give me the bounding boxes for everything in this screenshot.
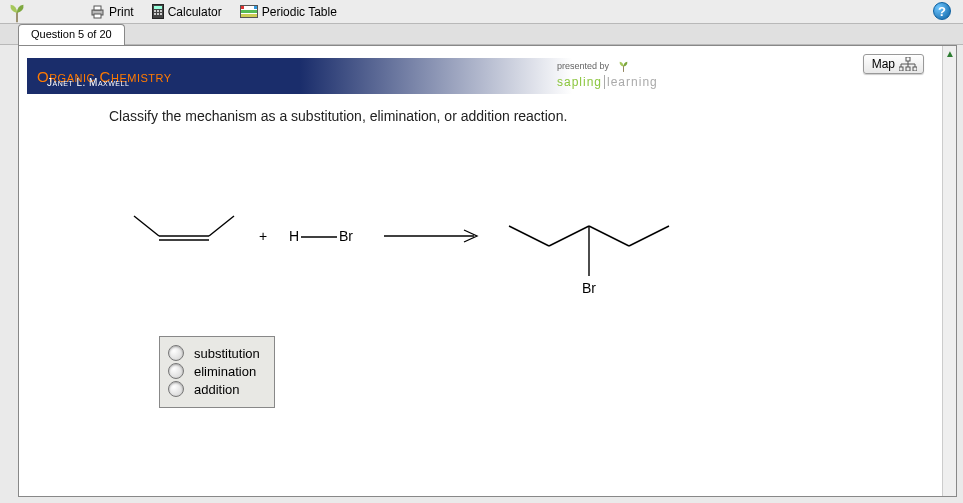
svg-rect-15 — [241, 14, 257, 17]
print-button[interactable]: Print — [90, 5, 134, 19]
svg-rect-4 — [154, 6, 162, 9]
app-window: Print Calculator Periodic Table ? — [0, 0, 963, 503]
svg-rect-9 — [157, 13, 159, 15]
periodic-table-button[interactable]: Periodic Table — [240, 5, 337, 19]
svg-rect-7 — [160, 10, 162, 12]
svg-line-28 — [209, 216, 234, 236]
svg-rect-13 — [254, 6, 257, 9]
question-prompt: Classify the mechanism as a substitution… — [109, 108, 956, 124]
tab-bar: Question 5 of 20 — [0, 23, 963, 45]
calculator-icon — [152, 4, 164, 19]
svg-rect-6 — [157, 10, 159, 12]
svg-rect-24 — [913, 67, 917, 71]
svg-line-32 — [549, 226, 589, 246]
radio-icon — [168, 381, 184, 397]
scroll-up-arrow-icon[interactable]: ▲ — [943, 46, 957, 60]
svg-line-25 — [134, 216, 159, 236]
question-tab-label: Question 5 of 20 — [31, 28, 112, 40]
sapling-leaf-small-icon — [617, 60, 630, 73]
top-toolbar: Print Calculator Periodic Table ? — [0, 0, 963, 23]
sapling-leaf-icon — [6, 2, 28, 24]
scrollbar[interactable]: ▲ — [942, 46, 956, 496]
svg-line-33 — [589, 226, 629, 246]
answer-options: substitution elimination addition — [159, 336, 275, 408]
calculator-label: Calculator — [168, 5, 222, 19]
periodic-table-icon — [240, 5, 258, 18]
calculator-button[interactable]: Calculator — [152, 4, 222, 19]
chapter-banner: Organic Chemistry Janet L. Maxwell prese… — [27, 58, 936, 94]
learning-word: learning — [604, 75, 658, 89]
question-tab[interactable]: Question 5 of 20 — [18, 24, 125, 45]
svg-rect-1 — [94, 6, 101, 10]
print-icon — [90, 5, 105, 19]
option-label: addition — [194, 382, 240, 397]
print-label: Print — [109, 5, 134, 19]
hbr-h: H — [289, 228, 299, 244]
svg-rect-8 — [154, 13, 156, 15]
option-label: elimination — [194, 364, 256, 379]
svg-rect-23 — [906, 67, 910, 71]
periodic-table-label: Periodic Table — [262, 5, 337, 19]
svg-rect-14 — [241, 10, 257, 13]
radio-icon — [168, 345, 184, 361]
sapling-brand: saplinglearning — [557, 75, 658, 89]
hbr-br: Br — [339, 228, 353, 244]
sitemap-icon — [899, 57, 917, 71]
svg-rect-5 — [154, 10, 156, 12]
product-br-label: Br — [582, 280, 596, 296]
option-label: substitution — [194, 346, 260, 361]
map-button[interactable]: Map — [863, 54, 924, 74]
svg-rect-12 — [241, 6, 244, 9]
map-label: Map — [872, 57, 895, 71]
svg-rect-2 — [94, 14, 101, 18]
svg-rect-22 — [899, 67, 903, 71]
sapling-word: sapling — [557, 75, 602, 89]
svg-rect-16 — [906, 57, 910, 61]
option-addition[interactable]: addition — [168, 381, 260, 397]
svg-line-34 — [629, 226, 669, 246]
content-panel: Organic Chemistry Janet L. Maxwell prese… — [18, 45, 957, 497]
svg-rect-10 — [160, 13, 162, 15]
option-elimination[interactable]: elimination — [168, 363, 260, 379]
radio-icon — [168, 363, 184, 379]
presented-by-label: presented by — [557, 61, 609, 71]
banner-author: Janet L. Maxwell — [47, 77, 129, 88]
svg-line-31 — [509, 226, 549, 246]
option-substitution[interactable]: substitution — [168, 345, 260, 361]
plus-sign: + — [259, 228, 267, 244]
reaction-scheme: + H Br Br — [129, 196, 779, 306]
help-button[interactable]: ? — [933, 2, 951, 20]
